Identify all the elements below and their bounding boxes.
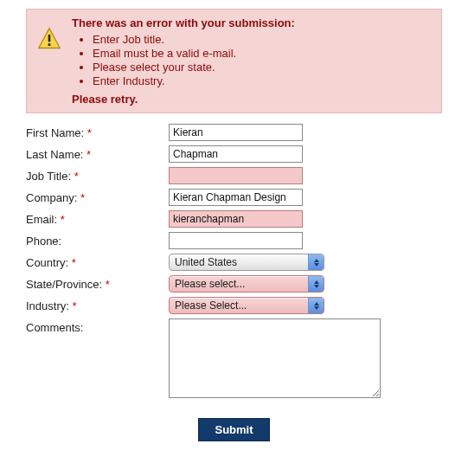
required-asterisk: *	[87, 126, 92, 139]
required-asterisk: *	[74, 170, 79, 183]
industry-label: Industry:	[26, 299, 69, 312]
first-name-input[interactable]	[169, 124, 303, 141]
country-label: Country:	[26, 256, 68, 269]
svg-point-2	[48, 43, 50, 46]
error-item: Email must be a valid e-mail.	[93, 47, 433, 60]
last-name-label: Last Name:	[26, 148, 83, 161]
last-name-input[interactable]	[169, 145, 303, 163]
job-title-label: Job Title:	[26, 170, 71, 183]
select-arrows-icon	[308, 276, 324, 292]
comments-textarea[interactable]	[169, 318, 381, 398]
svg-rect-1	[48, 35, 51, 42]
email-label: Email:	[26, 213, 57, 226]
select-arrows-icon	[308, 298, 324, 313]
comments-label: Comments:	[26, 321, 83, 334]
required-asterisk: *	[80, 191, 85, 204]
submit-button[interactable]: Submit	[198, 418, 269, 441]
required-asterisk: *	[106, 278, 110, 291]
email-input[interactable]	[169, 210, 303, 228]
state-label: State/Province:	[26, 278, 102, 291]
error-message-box: There was an error with your submission:…	[26, 9, 442, 113]
country-select[interactable]: United States	[169, 254, 324, 271]
industry-select-value: Please Select...	[175, 299, 308, 312]
required-asterisk: *	[61, 213, 65, 226]
state-select[interactable]: Please select...	[169, 275, 324, 293]
phone-label: Phone:	[26, 235, 61, 248]
state-select-value: Please select...	[175, 278, 308, 290]
error-item: Please select your state.	[93, 61, 433, 74]
error-heading: There was an error with your submission:	[72, 16, 433, 29]
error-list: Enter Job title. Email must be a valid e…	[72, 33, 433, 87]
company-label: Company:	[26, 191, 77, 204]
error-item: Enter Industry.	[93, 74, 433, 87]
error-retry: Please retry.	[72, 93, 433, 106]
first-name-label: First Name:	[26, 126, 84, 139]
warning-icon	[37, 27, 61, 51]
required-asterisk: *	[87, 148, 91, 161]
phone-input[interactable]	[169, 232, 303, 249]
select-arrows-icon	[308, 254, 324, 270]
company-input[interactable]	[169, 189, 303, 206]
required-asterisk: *	[72, 256, 76, 269]
job-title-input[interactable]	[169, 167, 303, 184]
error-item: Enter Job title.	[93, 33, 433, 46]
required-asterisk: *	[72, 299, 76, 312]
country-select-value: United States	[175, 256, 308, 268]
industry-select[interactable]: Please Select...	[169, 297, 324, 314]
